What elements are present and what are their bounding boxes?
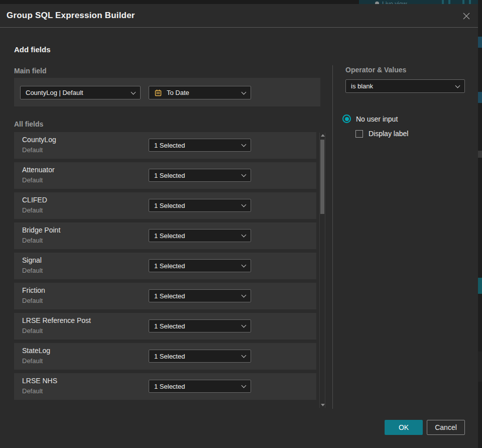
field-row: StateLog Default 1 Selected	[14, 343, 316, 370]
row-selected-dropdown[interactable]: 1 Selected	[149, 139, 251, 152]
main-field-label: Main field	[14, 67, 47, 75]
main-field-select-value: CountyLog | Default	[26, 89, 128, 96]
background-panel-item	[478, 92, 482, 103]
background-app-top: Live view	[0, 0, 482, 4]
list-scrollbar[interactable]	[319, 133, 325, 408]
field-row: Bridge Point Default 1 Selected	[14, 222, 316, 249]
row-selected-dropdown[interactable]: 1 Selected	[149, 199, 251, 212]
field-sublabel: Default	[22, 297, 43, 304]
field-sublabel: Default	[22, 206, 43, 214]
background-live-view: Live view	[359, 0, 478, 4]
add-fields-heading: Add fields	[14, 45, 51, 54]
field-row: CountyLog Default 1 Selected	[14, 132, 316, 159]
ok-button[interactable]: OK	[385, 420, 423, 435]
operator-select-value: is blank	[351, 82, 452, 90]
row-selected-value: 1 Selected	[154, 172, 238, 179]
row-selected-dropdown[interactable]: 1 Selected	[149, 289, 251, 302]
row-selected-dropdown[interactable]: 1 Selected	[149, 229, 251, 242]
field-row: Friction Default 1 Selected	[14, 283, 316, 309]
field-name: Attenuator	[22, 166, 55, 174]
field-row: Signal Default 1 Selected	[14, 253, 316, 279]
toolbar-fragment	[448, 0, 450, 4]
chevron-down-icon	[242, 233, 247, 238]
row-selected-dropdown[interactable]: 1 Selected	[149, 380, 251, 393]
chevron-down-icon	[242, 323, 247, 328]
toolbar-fragment	[469, 0, 471, 4]
row-selected-value: 1 Selected	[154, 262, 238, 270]
no-user-input-label: No user input	[356, 115, 398, 123]
field-sublabel: Default	[22, 176, 43, 184]
row-selected-dropdown[interactable]: 1 Selected	[149, 259, 251, 272]
scrollbar-thumb[interactable]	[320, 140, 324, 214]
scroll-up-icon[interactable]	[321, 134, 325, 137]
field-name: LRSE NHS	[22, 377, 57, 385]
cancel-button[interactable]: Cancel	[427, 420, 465, 435]
background-panel-item	[478, 352, 482, 382]
background-panel-item	[478, 278, 482, 294]
chevron-down-icon	[242, 172, 247, 177]
operator-select[interactable]: is blank	[345, 79, 465, 93]
field-sublabel: Default	[22, 357, 43, 365]
row-selected-value: 1 Selected	[154, 142, 238, 149]
chevron-down-icon	[242, 263, 247, 268]
row-selected-value: 1 Selected	[154, 383, 238, 390]
field-name: Friction	[22, 286, 45, 294]
row-selected-dropdown[interactable]: 1 Selected	[149, 350, 251, 363]
field-row: LRSE NHS Default 1 Selected	[14, 373, 316, 400]
scroll-down-icon[interactable]	[321, 404, 325, 406]
group-sql-expression-builder-dialog: Group SQL Expression Builder Add fields …	[0, 4, 478, 448]
row-selected-value: 1 Selected	[154, 232, 238, 240]
field-name: Signal	[22, 256, 42, 264]
field-name: CLIFED	[22, 196, 47, 204]
display-label-checkbox[interactable]: Display label	[355, 130, 408, 138]
field-row: Attenuator Default 1 Selected	[14, 162, 316, 189]
calendar-icon	[154, 89, 162, 97]
field-name: Bridge Point	[22, 226, 60, 234]
no-user-input-radio[interactable]: No user input	[342, 115, 398, 123]
row-selected-value: 1 Selected	[154, 353, 238, 360]
field-sublabel: Default	[22, 327, 43, 334]
chevron-down-icon	[242, 89, 247, 94]
chevron-down-icon	[242, 383, 247, 388]
chevron-down-icon	[242, 293, 247, 298]
background-panel-item	[478, 151, 482, 158]
background-app-right-edge	[478, 0, 482, 448]
field-sublabel: Default	[22, 387, 43, 395]
close-icon	[462, 12, 470, 20]
row-selected-value: 1 Selected	[154, 202, 238, 209]
all-fields-list: CountyLog Default 1 Selected Attenuator …	[14, 132, 316, 404]
chevron-down-icon	[455, 83, 460, 88]
main-field-container: CountyLog | Default To Date	[14, 78, 320, 106]
field-name: StateLog	[22, 347, 50, 355]
radio-selected-icon	[342, 115, 351, 123]
chevron-down-icon	[242, 353, 247, 358]
chevron-down-icon	[242, 142, 247, 147]
field-sublabel: Default	[22, 237, 43, 244]
close-button[interactable]	[460, 10, 473, 23]
main-field-type-value: To Date	[167, 89, 238, 96]
display-label-label: Display label	[369, 130, 408, 138]
field-sublabel: Default	[22, 267, 43, 274]
main-field-type-select[interactable]: To Date	[149, 86, 251, 99]
row-selected-value: 1 Selected	[154, 292, 238, 300]
field-row: LRSE Reference Post Default 1 Selected	[14, 313, 316, 340]
main-field-select[interactable]: CountyLog | Default	[20, 86, 141, 99]
dialog-title: Group SQL Expression Builder	[7, 11, 135, 21]
dialog-titlebar: Group SQL Expression Builder	[0, 4, 478, 28]
field-name: CountyLog	[22, 136, 56, 144]
operator-values-heading: Operator & Values	[345, 66, 406, 74]
background-panel-item	[478, 37, 482, 48]
field-row: CLIFED Default 1 Selected	[14, 192, 316, 219]
field-name: LRSE Reference Post	[22, 316, 91, 324]
row-selected-dropdown[interactable]: 1 Selected	[149, 169, 251, 182]
chevron-down-icon	[131, 89, 136, 94]
row-selected-value: 1 Selected	[154, 322, 238, 330]
toolbar-fragment	[462, 0, 464, 4]
live-view-label: Live view	[382, 1, 407, 4]
row-selected-dropdown[interactable]: 1 Selected	[149, 319, 251, 332]
chevron-down-icon	[242, 202, 247, 207]
panel-divider	[332, 65, 333, 409]
checkbox-unchecked-icon	[355, 130, 363, 138]
all-fields-label: All fields	[14, 120, 43, 128]
field-sublabel: Default	[22, 146, 43, 154]
